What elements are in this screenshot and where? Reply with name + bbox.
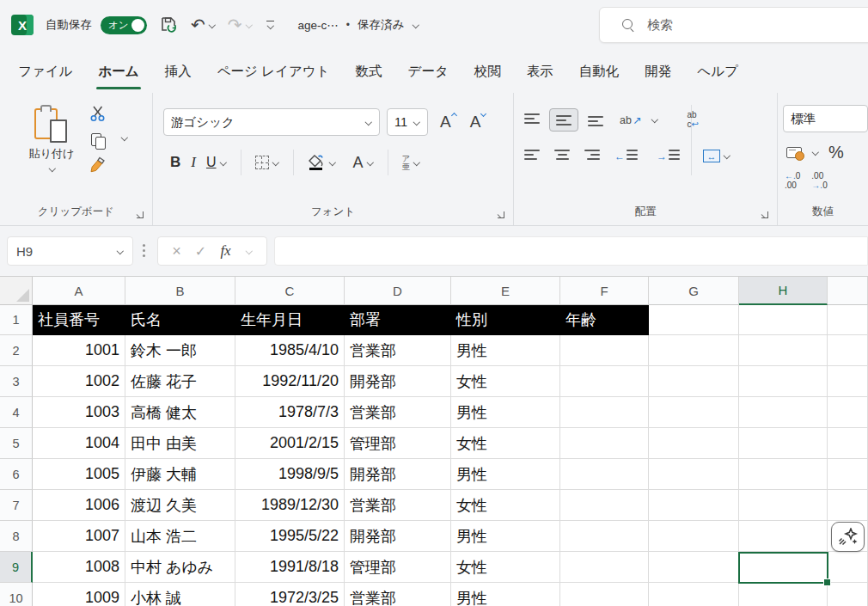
data-cell[interactable]: 伊藤 大輔 bbox=[125, 459, 235, 490]
empty-cell[interactable] bbox=[828, 459, 868, 490]
data-cell[interactable]: 営業部 bbox=[345, 397, 451, 428]
empty-cell[interactable] bbox=[649, 552, 739, 583]
clipboard-dialog-launcher[interactable] bbox=[134, 209, 145, 220]
currency-format-button[interactable] bbox=[786, 147, 802, 158]
data-cell[interactable]: 1005 bbox=[33, 459, 125, 490]
empty-cell[interactable] bbox=[828, 490, 868, 521]
tab-home[interactable]: ホーム bbox=[85, 50, 151, 93]
column-header-E[interactable]: E bbox=[451, 277, 560, 305]
data-cell[interactable]: 1002 bbox=[33, 366, 125, 397]
tab-insert[interactable]: 挿入 bbox=[152, 50, 205, 93]
align-top-button[interactable] bbox=[524, 113, 540, 126]
data-cell[interactable] bbox=[560, 490, 649, 521]
underline-button[interactable]: U bbox=[206, 155, 227, 170]
data-cell[interactable]: 男性 bbox=[451, 397, 560, 428]
header-row-cell[interactable]: 部署 bbox=[345, 305, 451, 335]
font-name-chevron-icon[interactable] bbox=[364, 119, 372, 126]
column-header-partial[interactable] bbox=[828, 277, 868, 305]
data-cell[interactable] bbox=[560, 366, 649, 397]
align-right-button[interactable] bbox=[584, 150, 600, 162]
name-box-chevron-icon[interactable] bbox=[116, 248, 124, 255]
data-cell[interactable]: 1991/8/18 bbox=[235, 552, 345, 583]
header-row-cell[interactable]: 性別 bbox=[451, 305, 560, 335]
data-cell[interactable]: 1978/7/3 bbox=[235, 397, 345, 428]
tab-help[interactable]: ヘルプ bbox=[684, 50, 751, 93]
empty-cell[interactable] bbox=[739, 366, 828, 397]
data-cell[interactable]: 田中 由美 bbox=[125, 428, 235, 459]
data-cell[interactable]: 営業部 bbox=[345, 583, 451, 606]
empty-cell[interactable] bbox=[739, 397, 828, 428]
column-header-B[interactable]: B bbox=[125, 277, 235, 305]
empty-cell[interactable] bbox=[649, 521, 739, 552]
redo-button[interactable]: ↷ bbox=[228, 16, 253, 34]
shrink-font-button[interactable]: A bbox=[470, 113, 481, 132]
empty-cell[interactable] bbox=[828, 428, 868, 459]
empty-cell[interactable] bbox=[649, 366, 739, 397]
data-cell[interactable]: 1007 bbox=[33, 521, 125, 552]
empty-cell[interactable] bbox=[739, 428, 828, 459]
paste-button[interactable]: 貼り付け bbox=[24, 105, 79, 173]
column-header-F[interactable]: F bbox=[560, 277, 649, 305]
data-cell[interactable]: 1003 bbox=[33, 397, 125, 428]
data-cell[interactable]: 1972/3/25 bbox=[235, 583, 345, 606]
search-box[interactable]: 検索 bbox=[599, 7, 868, 43]
filename-label[interactable]: age-c⋯ bbox=[298, 18, 339, 32]
borders-button[interactable] bbox=[255, 156, 279, 169]
fx-chevron-icon[interactable] bbox=[245, 248, 253, 255]
data-cell[interactable]: 男性 bbox=[451, 459, 560, 490]
data-cell[interactable]: 開発部 bbox=[345, 459, 451, 490]
formula-input[interactable] bbox=[274, 236, 868, 266]
tab-formulas[interactable]: 数式 bbox=[343, 50, 395, 93]
row-header-6[interactable]: 6 bbox=[0, 459, 33, 490]
column-header-G[interactable]: G bbox=[649, 277, 739, 305]
data-cell[interactable]: 開発部 bbox=[345, 366, 451, 397]
borders-chevron-icon[interactable] bbox=[272, 159, 279, 167]
data-cell[interactable]: 開発部 bbox=[345, 521, 451, 552]
save-button[interactable] bbox=[159, 15, 179, 34]
data-cell[interactable]: 1006 bbox=[33, 490, 125, 521]
row-header-3[interactable]: 3 bbox=[0, 366, 33, 397]
alignment-dialog-launcher[interactable] bbox=[759, 209, 770, 220]
font-color-button[interactable]: A bbox=[353, 154, 374, 172]
data-cell[interactable]: 営業部 bbox=[345, 490, 451, 521]
currency-chevron-icon[interactable] bbox=[811, 149, 819, 156]
row-header-4[interactable]: 4 bbox=[0, 397, 33, 428]
empty-cell[interactable] bbox=[828, 583, 868, 606]
quick-access-overflow-button[interactable] bbox=[266, 21, 274, 30]
orientation-chevron-icon[interactable] bbox=[651, 116, 658, 124]
data-cell[interactable]: 2001/2/15 bbox=[235, 428, 345, 459]
align-middle-button[interactable] bbox=[549, 108, 578, 132]
column-header-A[interactable]: A bbox=[33, 277, 125, 305]
empty-cell[interactable] bbox=[739, 459, 828, 490]
row-header-8[interactable]: 8 bbox=[0, 521, 33, 552]
underline-chevron-icon[interactable] bbox=[219, 159, 227, 167]
header-row-cell[interactable]: 氏名 bbox=[125, 305, 235, 335]
empty-cell[interactable] bbox=[828, 397, 868, 428]
document-title[interactable]: age-c⋯ • 保存済み bbox=[298, 17, 420, 33]
percent-style-button[interactable]: % bbox=[828, 143, 844, 162]
data-cell[interactable]: 管理部 bbox=[345, 552, 451, 583]
empty-cell[interactable] bbox=[828, 335, 868, 366]
data-cell[interactable]: 山本 浩二 bbox=[125, 521, 235, 552]
header-row-cell[interactable]: 生年月日 bbox=[235, 305, 345, 335]
data-cell[interactable]: 佐藤 花子 bbox=[125, 366, 235, 397]
data-cell[interactable]: 女性 bbox=[451, 490, 560, 521]
empty-cell[interactable] bbox=[739, 583, 828, 606]
cancel-button[interactable]: × bbox=[172, 242, 181, 260]
data-cell[interactable]: 1995/5/22 bbox=[235, 521, 345, 552]
column-header-C[interactable]: C bbox=[235, 277, 345, 305]
data-cell[interactable] bbox=[560, 521, 649, 552]
empty-cell[interactable] bbox=[739, 521, 828, 552]
enter-button[interactable]: ✓ bbox=[195, 243, 206, 260]
row-header-10[interactable]: 10 bbox=[0, 583, 33, 606]
align-left-button[interactable] bbox=[524, 150, 540, 162]
data-cell[interactable]: 鈴木 一郎 bbox=[125, 335, 235, 366]
row-header-7[interactable]: 7 bbox=[0, 490, 33, 521]
empty-cell[interactable] bbox=[649, 428, 739, 459]
bold-button[interactable]: B bbox=[170, 154, 180, 171]
empty-cell[interactable] bbox=[649, 459, 739, 490]
grow-font-button[interactable]: A bbox=[440, 113, 451, 132]
orientation-button[interactable]: ab ↗ bbox=[620, 113, 641, 126]
empty-cell[interactable] bbox=[828, 305, 868, 335]
data-cell[interactable]: 1008 bbox=[33, 552, 125, 583]
